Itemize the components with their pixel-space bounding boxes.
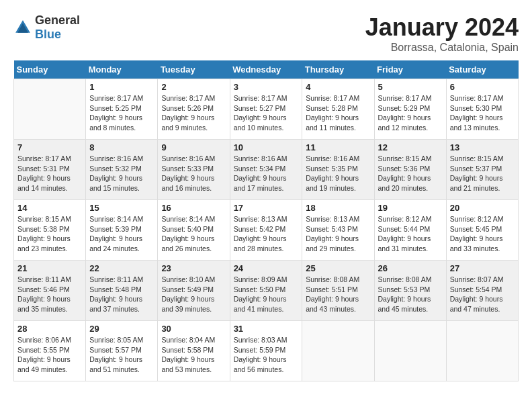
calendar-cell: 18Sunrise: 8:13 AMSunset: 5:43 PMDayligh… [302,200,374,261]
calendar-cell: 5Sunrise: 8:17 AMSunset: 5:29 PMDaylight… [374,79,446,140]
calendar-cell: 1Sunrise: 8:17 AMSunset: 5:25 PMDaylight… [86,79,158,140]
day-number: 13 [450,142,515,152]
day-number: 30 [161,324,226,334]
day-info: Sunrise: 8:11 AMSunset: 5:48 PMDaylight:… [89,275,154,314]
title-area: January 2024 Borrassa, Catalonia, Spain [365,13,519,54]
day-info: Sunrise: 8:09 AMSunset: 5:50 PMDaylight:… [234,275,299,314]
calendar-week-row: 7Sunrise: 8:17 AMSunset: 5:31 PMDaylight… [14,140,519,200]
calendar-cell: 12Sunrise: 8:15 AMSunset: 5:36 PMDayligh… [374,140,446,200]
day-number: 9 [161,142,226,152]
day-info: Sunrise: 8:15 AMSunset: 5:37 PMDaylight:… [450,154,515,193]
header: General Blue January 2024 Borrassa, Cata… [13,13,519,54]
calendar-cell: 9Sunrise: 8:16 AMSunset: 5:33 PMDaylight… [158,140,230,200]
calendar-cell: 8Sunrise: 8:16 AMSunset: 5:32 PMDaylight… [86,140,158,200]
day-header-sunday: Sunday [14,60,86,79]
day-info: Sunrise: 8:12 AMSunset: 5:44 PMDaylight:… [378,214,443,254]
day-number: 29 [89,324,154,334]
calendar-week-row: 14Sunrise: 8:15 AMSunset: 5:38 PMDayligh… [14,200,519,261]
calendar-cell: 10Sunrise: 8:16 AMSunset: 5:34 PMDayligh… [230,140,302,200]
logo: General Blue [13,13,80,42]
calendar-cell: 7Sunrise: 8:17 AMSunset: 5:31 PMDaylight… [14,140,86,200]
calendar-cell: 6Sunrise: 8:17 AMSunset: 5:30 PMDaylight… [446,79,518,140]
day-info: Sunrise: 8:13 AMSunset: 5:43 PMDaylight:… [306,214,370,254]
day-info: Sunrise: 8:08 AMSunset: 5:51 PMDaylight:… [306,275,370,314]
day-number: 27 [450,263,515,273]
calendar-cell: 26Sunrise: 8:08 AMSunset: 5:53 PMDayligh… [374,261,446,321]
day-number: 2 [161,82,226,92]
day-info: Sunrise: 8:15 AMSunset: 5:38 PMDaylight:… [17,214,82,254]
day-info: Sunrise: 8:11 AMSunset: 5:46 PMDaylight:… [17,275,82,314]
day-number: 12 [378,142,443,152]
day-header-thursday: Thursday [302,60,374,79]
calendar-cell: 29Sunrise: 8:05 AMSunset: 5:57 PMDayligh… [86,321,158,381]
calendar-cell [302,321,374,381]
calendar-cell: 31Sunrise: 8:03 AMSunset: 5:59 PMDayligh… [230,321,302,381]
day-info: Sunrise: 8:05 AMSunset: 5:57 PMDaylight:… [89,335,154,375]
day-number: 16 [161,203,226,213]
logo-icon [13,18,32,37]
day-number: 18 [306,203,370,213]
day-number: 4 [306,82,370,92]
calendar-cell [374,321,446,381]
day-info: Sunrise: 8:17 AMSunset: 5:30 PMDaylight:… [450,93,515,133]
calendar-cell: 23Sunrise: 8:10 AMSunset: 5:49 PMDayligh… [158,261,230,321]
day-info: Sunrise: 8:03 AMSunset: 5:59 PMDaylight:… [234,335,299,375]
calendar-cell: 28Sunrise: 8:06 AMSunset: 5:55 PMDayligh… [14,321,86,381]
day-number: 8 [89,142,154,152]
day-info: Sunrise: 8:16 AMSunset: 5:35 PMDaylight:… [306,154,370,193]
calendar-cell: 20Sunrise: 8:12 AMSunset: 5:45 PMDayligh… [446,200,518,261]
day-number: 10 [234,142,299,152]
calendar-title: January 2024 [365,13,519,42]
day-info: Sunrise: 8:16 AMSunset: 5:32 PMDaylight:… [89,154,154,193]
day-info: Sunrise: 8:17 AMSunset: 5:25 PMDaylight:… [89,93,154,133]
calendar-cell [446,321,518,381]
day-number: 19 [378,203,443,213]
logo-text-general: General [35,13,80,27]
calendar-cell: 3Sunrise: 8:17 AMSunset: 5:27 PMDaylight… [230,79,302,140]
day-number: 7 [17,142,82,152]
day-number: 17 [234,203,299,213]
day-info: Sunrise: 8:17 AMSunset: 5:31 PMDaylight:… [17,154,82,193]
day-info: Sunrise: 8:17 AMSunset: 5:29 PMDaylight:… [378,93,443,133]
day-number: 1 [89,82,154,92]
day-number: 26 [378,263,443,273]
calendar-cell: 17Sunrise: 8:13 AMSunset: 5:42 PMDayligh… [230,200,302,261]
calendar-week-row: 1Sunrise: 8:17 AMSunset: 5:25 PMDaylight… [14,79,519,140]
day-info: Sunrise: 8:04 AMSunset: 5:58 PMDaylight:… [161,335,226,375]
day-number: 11 [306,142,370,152]
day-info: Sunrise: 8:06 AMSunset: 5:55 PMDaylight:… [17,335,82,375]
day-number: 20 [450,203,515,213]
day-number: 5 [378,82,443,92]
calendar-cell: 27Sunrise: 8:07 AMSunset: 5:54 PMDayligh… [446,261,518,321]
calendar-header-row: SundayMondayTuesdayWednesdayThursdayFrid… [14,60,519,79]
calendar-cell: 16Sunrise: 8:14 AMSunset: 5:40 PMDayligh… [158,200,230,261]
day-number: 31 [234,324,299,334]
day-header-saturday: Saturday [446,60,518,79]
day-header-wednesday: Wednesday [230,60,302,79]
day-info: Sunrise: 8:15 AMSunset: 5:36 PMDaylight:… [378,154,443,193]
calendar-week-row: 28Sunrise: 8:06 AMSunset: 5:55 PMDayligh… [14,321,519,381]
calendar-cell: 25Sunrise: 8:08 AMSunset: 5:51 PMDayligh… [302,261,374,321]
day-number: 15 [89,203,154,213]
day-info: Sunrise: 8:07 AMSunset: 5:54 PMDaylight:… [450,275,515,314]
logo-text-blue: Blue [35,28,61,41]
day-number: 3 [234,82,299,92]
day-number: 6 [450,82,515,92]
calendar-cell: 14Sunrise: 8:15 AMSunset: 5:38 PMDayligh… [14,200,86,261]
calendar-week-row: 21Sunrise: 8:11 AMSunset: 5:46 PMDayligh… [14,261,519,321]
calendar-cell: 30Sunrise: 8:04 AMSunset: 5:58 PMDayligh… [158,321,230,381]
day-info: Sunrise: 8:08 AMSunset: 5:53 PMDaylight:… [378,275,443,314]
day-number: 23 [161,263,226,273]
calendar-cell: 24Sunrise: 8:09 AMSunset: 5:50 PMDayligh… [230,261,302,321]
day-number: 22 [89,263,154,273]
calendar-table: SundayMondayTuesdayWednesdayThursdayFrid… [13,60,519,381]
day-info: Sunrise: 8:13 AMSunset: 5:42 PMDaylight:… [234,214,299,254]
day-info: Sunrise: 8:16 AMSunset: 5:33 PMDaylight:… [161,154,226,193]
day-header-friday: Friday [374,60,446,79]
day-number: 14 [17,203,82,213]
day-info: Sunrise: 8:14 AMSunset: 5:39 PMDaylight:… [89,214,154,254]
calendar-cell: 21Sunrise: 8:11 AMSunset: 5:46 PMDayligh… [14,261,86,321]
calendar-cell: 2Sunrise: 8:17 AMSunset: 5:26 PMDaylight… [158,79,230,140]
day-info: Sunrise: 8:17 AMSunset: 5:28 PMDaylight:… [306,93,370,133]
calendar-cell: 22Sunrise: 8:11 AMSunset: 5:48 PMDayligh… [86,261,158,321]
